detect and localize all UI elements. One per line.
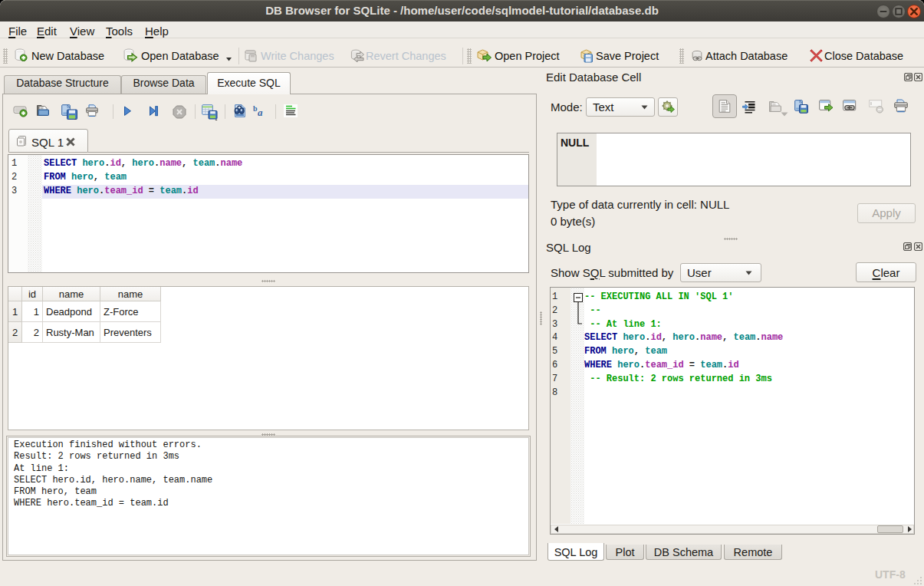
svg-text:a: a (258, 107, 263, 118)
